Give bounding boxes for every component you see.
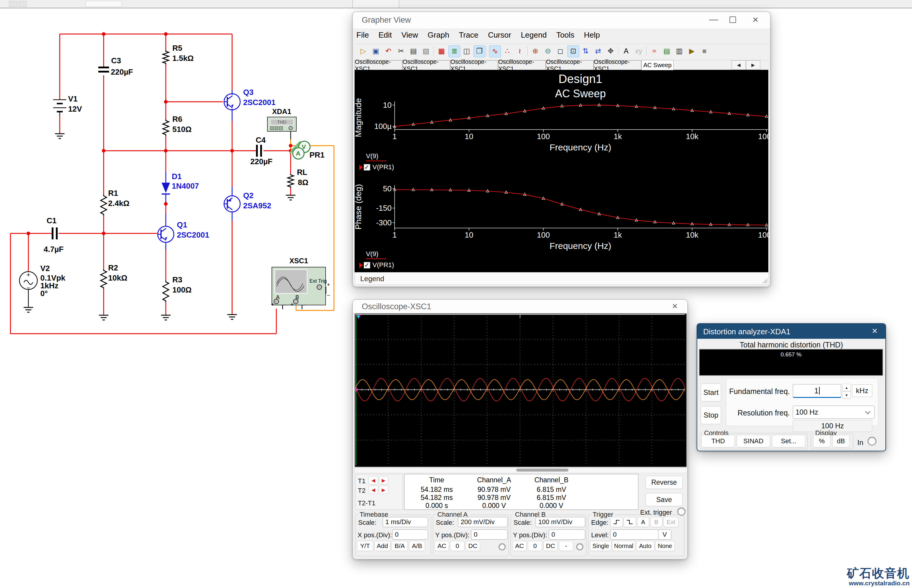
display-db[interactable]: dB: [832, 435, 850, 447]
coords-icon[interactable]: xy: [633, 45, 644, 57]
trigger-source-a[interactable]: A: [637, 517, 649, 527]
trace-linedots-icon[interactable]: ≀: [514, 45, 525, 57]
copy-icon[interactable]: ▤: [408, 45, 419, 57]
close-button[interactable]: ×: [747, 14, 764, 25]
trigger-level-input[interactable]: 0: [610, 530, 659, 540]
zoom-out-icon[interactable]: ⊝: [542, 45, 554, 57]
menu-graph[interactable]: Graph: [424, 29, 453, 42]
channel-a-dc[interactable]: DC: [466, 541, 480, 551]
axes-icon[interactable]: ◫: [461, 45, 472, 57]
t2-left-button[interactable]: ◀: [369, 486, 378, 494]
pan-icon[interactable]: ✥: [605, 45, 616, 57]
resize-grip[interactable]: [762, 278, 768, 283]
save-icon[interactable]: ▣: [370, 45, 381, 57]
tab-oscilloscope-xsc1-3[interactable]: Oscilloscope-XSC1: [498, 60, 546, 70]
timebase-ba[interactable]: B/A: [392, 541, 408, 551]
fundamental-input[interactable]: 1: [793, 384, 841, 398]
timebase-scale-input[interactable]: 1 ms/Div: [383, 517, 428, 527]
text-icon[interactable]: A: [620, 45, 632, 57]
channel-a-scale-input[interactable]: 200 mV/Div: [458, 517, 507, 527]
display-%[interactable]: %: [813, 435, 831, 447]
reverse-button[interactable]: Reverse: [646, 476, 683, 489]
tab-oscilloscope-xsc1-2[interactable]: Oscilloscope-XSC1: [450, 60, 498, 70]
tab-oscilloscope-xsc1-1[interactable]: Oscilloscope-XSC1: [402, 60, 450, 70]
zoom-h-icon[interactable]: ⇄: [592, 45, 604, 57]
scrollbar-handle[interactable]: [516, 468, 569, 472]
distortion-titlebar[interactable]: Distortion analyzer-XDA1 ×: [697, 324, 885, 339]
channel-b--[interactable]: -: [559, 541, 573, 551]
minimize-button[interactable]: —: [705, 14, 722, 25]
edge-rising-button[interactable]: [610, 517, 623, 527]
compare-icon[interactable]: ≈: [648, 45, 660, 57]
tab-ac-sweep-6[interactable]: AC Sweep: [641, 60, 674, 70]
stop-button[interactable]: Stop: [701, 406, 721, 424]
t1-right-button[interactable]: ▶: [379, 476, 388, 485]
trace-dots-icon[interactable]: ∴: [502, 45, 513, 57]
menu-cursor[interactable]: Cursor: [484, 29, 515, 42]
tab-oscilloscope-xsc1-4[interactable]: Oscilloscope-XSC1: [546, 60, 594, 70]
trigger-mode-none[interactable]: None: [655, 541, 675, 551]
start-button[interactable]: Start: [701, 384, 721, 401]
export-table-icon[interactable]: ▥: [674, 45, 685, 57]
channel-b-scale-input[interactable]: 100 mV/Div: [536, 517, 585, 527]
zoom-select-icon[interactable]: ⊡: [567, 45, 579, 57]
menu-edit[interactable]: Edit: [375, 29, 395, 42]
grid-icon[interactable]: ▦: [436, 45, 447, 57]
tab-oscilloscope-xsc1-5[interactable]: Oscilloscope-XSC1: [594, 60, 641, 70]
trigger-mode-normal[interactable]: Normal: [612, 541, 635, 551]
tab-scroll-right[interactable]: ▶: [746, 60, 760, 70]
channel-a-ypos-input[interactable]: 0: [471, 530, 507, 540]
channel-b-0[interactable]: 0: [528, 541, 542, 551]
trigger-mode-single[interactable]: Single: [590, 541, 611, 551]
controls-thd[interactable]: THD: [701, 435, 735, 447]
menu-view[interactable]: View: [398, 29, 422, 42]
channel-b-dc[interactable]: DC: [543, 541, 558, 551]
zoom-v-icon[interactable]: ⇅: [580, 45, 591, 57]
t2-right-button[interactable]: ▶: [379, 486, 388, 494]
zoom-area-icon[interactable]: ◻: [555, 45, 566, 57]
trigger-source-b[interactable]: B: [650, 517, 662, 527]
spinner-down-button[interactable]: ▼: [842, 391, 851, 399]
controls-set[interactable]: Set...: [772, 435, 805, 447]
channel-a-ac[interactable]: AC: [435, 541, 449, 551]
menu-help[interactable]: Help: [580, 29, 603, 42]
close-icon[interactable]: ×: [666, 300, 683, 312]
menu-legend[interactable]: Legend: [517, 29, 550, 42]
zoom-in-icon[interactable]: ⊕: [530, 45, 541, 57]
stop-icon[interactable]: ■: [699, 45, 710, 57]
tab-scroll-left[interactable]: ◀: [732, 60, 746, 70]
edge-falling-button[interactable]: [624, 517, 636, 527]
cut-icon[interactable]: ✂: [395, 45, 407, 57]
undo-icon[interactable]: ↶: [383, 45, 394, 57]
resolution-dropdown[interactable]: 100 Hz: [793, 405, 875, 419]
trigger-level-unit[interactable]: V: [658, 530, 671, 540]
overlay-icon[interactable]: ❐: [473, 45, 486, 57]
open-icon[interactable]: ▷: [358, 45, 369, 57]
timebase-add[interactable]: Add: [374, 541, 390, 551]
menu-tools[interactable]: Tools: [552, 29, 578, 42]
save-button[interactable]: Save: [646, 493, 683, 506]
channel-b-ac[interactable]: AC: [512, 541, 526, 551]
screen-scrollbar[interactable]: [355, 468, 687, 473]
timebase-ab[interactable]: A/B: [409, 541, 425, 551]
paste-icon[interactable]: ▧: [420, 45, 432, 57]
spinner-up-button[interactable]: ▲: [842, 384, 851, 391]
maximize-button[interactable]: [724, 14, 741, 25]
menu-trace[interactable]: Trace: [455, 29, 482, 42]
export-view-icon[interactable]: ▶: [686, 45, 698, 57]
timebase-xpos-input[interactable]: 0: [392, 530, 428, 540]
oscilloscope-titlebar[interactable]: Oscilloscope-XSC1 ×: [353, 300, 687, 313]
export-excel-icon[interactable]: ▤: [661, 45, 672, 57]
legend-icon[interactable]: ≣: [449, 45, 460, 57]
menu-file[interactable]: File: [353, 29, 373, 42]
channel-b-ypos-input[interactable]: 0: [549, 530, 585, 540]
close-icon[interactable]: ×: [866, 325, 883, 336]
channel-a-0[interactable]: 0: [450, 541, 465, 551]
controls-sinad[interactable]: SINAD: [737, 435, 770, 447]
trigger-mode-auto[interactable]: Auto: [636, 541, 654, 551]
tab-oscilloscope-xsc1-0[interactable]: Oscilloscope-XSC1: [355, 60, 402, 70]
trigger-source-ext[interactable]: Ext: [663, 517, 679, 527]
grapher-titlebar[interactable]: Grapher View — ×: [353, 12, 770, 29]
trace-line-icon[interactable]: ∿: [489, 45, 501, 57]
timebase-yt[interactable]: Y/T: [357, 541, 373, 551]
